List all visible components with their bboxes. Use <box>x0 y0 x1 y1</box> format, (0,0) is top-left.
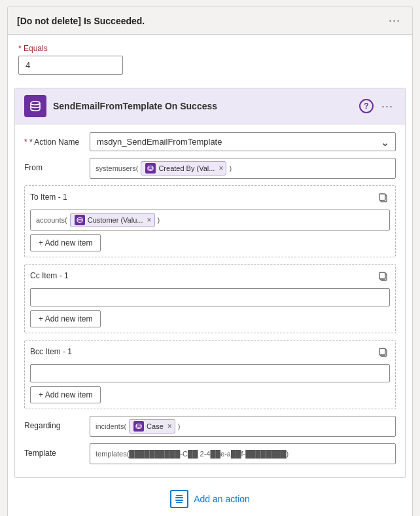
action-block: SendEmailFromTemplate On Success ? ··· *… <box>14 88 406 478</box>
to-add-item-button[interactable]: + Add new item <box>30 234 101 251</box>
action-name-select-wrapper: msdyn_SendEmailFromTemplate <box>90 132 396 151</box>
card-header: [Do not delete] Is Succeeded. ··· <box>8 7 412 35</box>
equals-label: * Equals <box>18 44 402 53</box>
template-label: Template <box>24 443 90 458</box>
svg-rect-13 <box>176 502 183 504</box>
from-label: From <box>24 158 90 172</box>
card-title: [Do not delete] Is Succeeded. <box>17 16 145 26</box>
to-token: Customer (Valu... × <box>70 213 155 227</box>
to-token-icon <box>75 215 85 225</box>
header-dots-button[interactable]: ··· <box>386 14 403 28</box>
from-close-paren: ) <box>229 164 232 172</box>
equals-section: * Equals <box>8 35 412 81</box>
add-action-label: Add an action <box>194 494 250 504</box>
to-section: To Item - 1 accounts( <box>24 185 396 257</box>
svg-point-9 <box>136 424 141 426</box>
regarding-token-label: Case <box>147 422 164 430</box>
bcc-section-label: Bcc Item - 1 <box>30 347 72 356</box>
action-name-row: * Action Name msdyn_SendEmailFromTemplat… <box>24 132 396 151</box>
to-token-remove[interactable]: × <box>147 215 151 225</box>
svg-rect-10 <box>175 497 183 498</box>
svg-rect-12 <box>176 495 183 496</box>
regarding-value: incidents( Case × <box>90 416 396 437</box>
regarding-row: Regarding incidents( <box>24 416 396 437</box>
to-token-label: Customer (Valu... <box>88 216 143 224</box>
regarding-token-remove[interactable]: × <box>167 422 172 431</box>
from-value: systemusers( Created By (Val... <box>90 158 396 179</box>
cc-section-header: Cc Item - 1 <box>30 270 390 286</box>
action-dots-button[interactable]: ··· <box>379 100 396 113</box>
regarding-prefix: incidents( <box>96 422 126 430</box>
svg-point-0 <box>31 101 40 105</box>
svg-rect-6 <box>379 272 385 279</box>
from-prefix: systemusers( <box>96 164 138 172</box>
bcc-token-input[interactable] <box>30 364 390 382</box>
svg-point-4 <box>77 218 82 220</box>
template-value: templates(██████████-C██ 2-4██e-a██f-███… <box>90 443 396 464</box>
from-token-icon <box>145 163 156 174</box>
action-name-select[interactable]: msdyn_SendEmailFromTemplate <box>90 132 396 151</box>
add-action-bar: Add an action <box>8 478 412 516</box>
bcc-add-item-label: + Add new item <box>39 390 92 399</box>
from-token-remove[interactable]: × <box>219 164 223 173</box>
add-action-button[interactable]: Add an action <box>170 490 250 508</box>
regarding-token-icon <box>133 421 144 432</box>
cc-add-item-button[interactable]: + Add new item <box>30 310 101 327</box>
template-text: templates(██████████-C██ 2-4██e-a██f-███… <box>96 450 289 458</box>
svg-point-1 <box>148 166 153 168</box>
template-row: Template templates(██████████-C██ 2-4██e… <box>24 443 396 464</box>
equals-input[interactable] <box>18 56 123 75</box>
action-name-label: * Action Name <box>24 132 90 147</box>
cc-token-input[interactable] <box>30 288 390 306</box>
regarding-token-input[interactable]: incidents( Case × <box>90 416 396 437</box>
from-row: From systemusers( <box>24 158 396 179</box>
template-token-input[interactable]: templates(██████████-C██ 2-4██e-a██f-███… <box>90 443 396 464</box>
to-token-input[interactable]: accounts( Customer (Valu... × <box>30 210 390 230</box>
db-icon <box>24 95 46 117</box>
cc-section: Cc Item - 1 + Add new item <box>24 264 396 333</box>
to-close-paren: ) <box>158 216 160 224</box>
main-card: [Do not delete] Is Succeeded. ··· * Equa… <box>7 7 413 516</box>
from-token-label: Created By (Val... <box>158 164 215 172</box>
svg-rect-3 <box>379 194 385 200</box>
help-button[interactable]: ? <box>359 99 374 113</box>
to-section-label: To Item - 1 <box>30 193 67 202</box>
action-name-value: msdyn_SendEmailFromTemplate <box>90 132 396 151</box>
to-prefix: accounts( <box>36 216 67 224</box>
action-title: SendEmailFromTemplate On Success <box>53 101 217 111</box>
bcc-section: Bcc Item - 1 + Add new item <box>24 340 396 409</box>
cc-add-item-label: + Add new item <box>39 314 92 323</box>
cc-copy-button[interactable] <box>377 270 390 286</box>
to-section-header: To Item - 1 <box>30 191 390 207</box>
action-block-wrapper: SendEmailFromTemplate On Success ? ··· *… <box>8 88 412 478</box>
regarding-label: Regarding <box>24 416 90 430</box>
action-header-left: SendEmailFromTemplate On Success <box>24 95 217 117</box>
from-token-input[interactable]: systemusers( Created By (Val... <box>90 158 396 179</box>
from-token: Created By (Val... × <box>141 161 226 175</box>
to-copy-button[interactable] <box>377 191 390 207</box>
bcc-copy-button[interactable] <box>377 346 390 361</box>
to-add-item-label: + Add new item <box>39 238 92 248</box>
cc-section-label: Cc Item - 1 <box>30 271 69 280</box>
svg-rect-8 <box>379 348 385 355</box>
regarding-close-paren: ) <box>178 422 181 430</box>
action-block-body: * Action Name msdyn_SendEmailFromTemplat… <box>15 124 405 477</box>
bcc-section-header: Bcc Item - 1 <box>30 346 390 361</box>
bcc-add-item-button[interactable]: + Add new item <box>30 386 101 403</box>
add-action-icon <box>170 490 188 508</box>
action-header-right: ? ··· <box>359 99 396 113</box>
regarding-token: Case × <box>129 419 175 433</box>
svg-rect-11 <box>175 500 183 501</box>
action-block-header: SendEmailFromTemplate On Success ? ··· <box>15 88 405 124</box>
